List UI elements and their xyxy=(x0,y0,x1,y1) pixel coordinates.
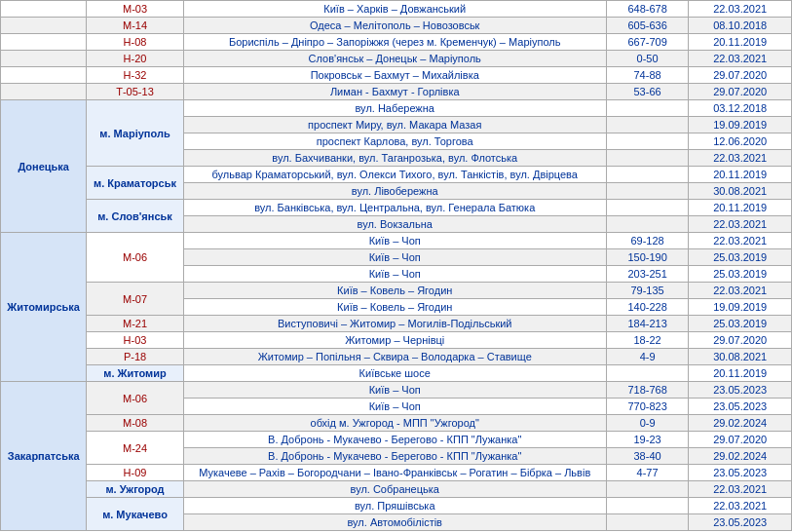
date-cell: 22.03.2021 xyxy=(689,233,792,249)
main-table: М-03Київ – Харків – Довжанський648-67822… xyxy=(0,0,792,531)
km-cell xyxy=(606,183,689,200)
table-row: м. Ужгородвул. Собранецька22.03.2021 xyxy=(1,481,792,498)
route-name-cell: вул. Автомобілістів xyxy=(183,514,606,531)
route-name-cell: вул. Собранецька xyxy=(183,481,606,498)
road-cell: Т-05-13 xyxy=(87,84,183,100)
km-cell xyxy=(606,200,689,216)
date-cell: 23.05.2023 xyxy=(689,514,792,531)
route-name-cell: В. Добронь - Мукачево - Берегово - КПП "… xyxy=(183,448,606,465)
road-cell: Н-20 xyxy=(87,51,183,67)
date-cell: 19.09.2019 xyxy=(689,299,792,316)
road-cell: М-03 xyxy=(87,1,183,18)
table-row: м. Краматорськбульвар Краматорський, вул… xyxy=(1,167,792,183)
table-row: М-24В. Добронь - Мукачево - Берегово - К… xyxy=(1,432,792,448)
date-cell: 23.05.2023 xyxy=(689,465,792,481)
region-cell-empty xyxy=(1,34,87,51)
km-cell: 140-228 xyxy=(606,299,689,316)
route-name-cell: вул. Пряшівська xyxy=(183,498,606,514)
table-row: Т-05-13Лиман - Бахмут - Горлівка53-6629.… xyxy=(1,84,792,100)
km-cell xyxy=(606,133,689,150)
km-cell xyxy=(606,117,689,133)
date-cell: 30.08.2021 xyxy=(689,183,792,200)
table-row: м. Мукачевовул. Пряшівська22.03.2021 xyxy=(1,498,792,514)
route-name-cell: Київ – Харків – Довжанський xyxy=(183,1,606,18)
km-cell: 605-636 xyxy=(606,18,689,34)
route-name-cell: В. Добронь - Мукачево - Берегово - КПП "… xyxy=(183,432,606,448)
date-cell: 03.12.2018 xyxy=(689,100,792,117)
table-row: Р-18Житомир – Попільня – Сквира – Волода… xyxy=(1,349,792,365)
route-name-cell: Мукачеве – Рахів – Богородчани – Івано-Ф… xyxy=(183,465,606,481)
region-cell-empty xyxy=(1,51,87,67)
road-cell: Н-32 xyxy=(87,67,183,84)
km-cell: 53-66 xyxy=(606,84,689,100)
km-cell xyxy=(606,216,689,233)
route-name-cell: вул. Набережна xyxy=(183,100,606,117)
table-row: Н-08Бориспіль – Дніпро – Запоріжжя (чере… xyxy=(1,34,792,51)
table-row: М-08обхід м. Ужгород - МПП "Ужгород"0-92… xyxy=(1,415,792,432)
km-cell: 667-709 xyxy=(606,34,689,51)
road-cell: Н-03 xyxy=(87,332,183,349)
km-cell: 4-77 xyxy=(606,465,689,481)
km-cell: 0-9 xyxy=(606,415,689,432)
table-row: ЗакарпатськаМ-06Київ – Чоп718-76823.05.2… xyxy=(1,382,792,399)
route-name-cell: Київ – Чоп xyxy=(183,399,606,415)
date-cell: 22.03.2021 xyxy=(689,498,792,514)
road-cell: Н-08 xyxy=(87,34,183,51)
region-cell-empty xyxy=(1,67,87,84)
table-row: Н-20Слов'янськ – Донецьк – Маріуполь0-50… xyxy=(1,51,792,67)
road-cell: Р-18 xyxy=(87,349,183,365)
date-cell: 30.08.2021 xyxy=(689,349,792,365)
km-cell xyxy=(606,100,689,117)
date-cell: 22.03.2021 xyxy=(689,481,792,498)
date-cell: 22.03.2021 xyxy=(689,1,792,18)
road-cell: М-06 xyxy=(87,382,183,415)
region-cell: Донецька xyxy=(1,100,87,233)
route-name-cell: обхід м. Ужгород - МПП "Ужгород" xyxy=(183,415,606,432)
route-name-cell: Бориспіль – Дніпро – Запоріжжя (через м.… xyxy=(183,34,606,51)
route-name-cell: Київське шосе xyxy=(183,365,606,382)
km-cell xyxy=(606,498,689,514)
date-cell: 19.09.2019 xyxy=(689,117,792,133)
km-cell: 184-213 xyxy=(606,316,689,332)
route-name-cell: Київ – Чоп xyxy=(183,249,606,266)
km-cell xyxy=(606,365,689,382)
route-name-cell: Київ – Чоп xyxy=(183,233,606,249)
km-cell: 150-190 xyxy=(606,249,689,266)
km-cell: 0-50 xyxy=(606,51,689,67)
region-cell-empty xyxy=(1,1,87,18)
date-cell: 29.02.2024 xyxy=(689,415,792,432)
road-cell: М-24 xyxy=(87,432,183,465)
table-row: Н-03Житомир – Чернівці18-2229.07.2020 xyxy=(1,332,792,349)
table-row: ЖитомирськаМ-06Київ – Чоп69-12822.03.202… xyxy=(1,233,792,249)
route-name-cell: Житомир – Чернівці xyxy=(183,332,606,349)
route-name-cell: проспект Миру, вул. Макара Мазая xyxy=(183,117,606,133)
city-cell: м. Ужгород xyxy=(87,481,183,498)
km-cell xyxy=(606,167,689,183)
route-name-cell: Одеса – Мелітополь – Новозовськ xyxy=(183,18,606,34)
date-cell: 22.03.2021 xyxy=(689,51,792,67)
table-row: Н-32Покровськ – Бахмут – Михайлівка74-88… xyxy=(1,67,792,84)
date-cell: 20.11.2019 xyxy=(689,167,792,183)
route-name-cell: вул. Вокзальна xyxy=(183,216,606,233)
date-cell: 29.07.2020 xyxy=(689,332,792,349)
route-name-cell: Покровськ – Бахмут – Михайлівка xyxy=(183,67,606,84)
city-cell: м. Маріуполь xyxy=(87,100,183,167)
km-cell: 74-88 xyxy=(606,67,689,84)
date-cell: 25.03.2019 xyxy=(689,249,792,266)
km-cell xyxy=(606,481,689,498)
table-row: Н-09Мукачеве – Рахів – Богородчани – Іва… xyxy=(1,465,792,481)
route-name-cell: Слов'янськ – Донецьк – Маріуполь xyxy=(183,51,606,67)
road-cell: М-14 xyxy=(87,18,183,34)
km-cell: 18-22 xyxy=(606,332,689,349)
date-cell: 29.02.2024 xyxy=(689,448,792,465)
route-name-cell: проспект Карлова, вул. Торгова xyxy=(183,133,606,150)
date-cell: 20.11.2019 xyxy=(689,200,792,216)
km-cell: 4-9 xyxy=(606,349,689,365)
km-cell xyxy=(606,514,689,531)
date-cell: 12.06.2020 xyxy=(689,133,792,150)
region-cell-empty xyxy=(1,18,87,34)
date-cell: 20.11.2019 xyxy=(689,365,792,382)
km-cell: 38-40 xyxy=(606,448,689,465)
route-name-cell: Лиман - Бахмут - Горлівка xyxy=(183,84,606,100)
route-name-cell: Житомир – Попільня – Сквира – Володарка … xyxy=(183,349,606,365)
